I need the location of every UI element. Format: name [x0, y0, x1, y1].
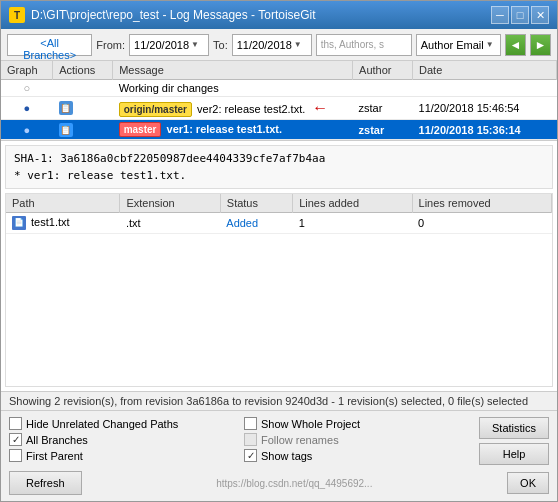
follow-renames-checkbox[interactable]: Follow renames: [244, 433, 471, 446]
graph-dot: ●: [24, 102, 31, 114]
master-tag: master: [119, 122, 162, 137]
watermark-text: https://blog.csdn.net/qq_4495692...: [216, 478, 372, 489]
statistics-button[interactable]: Statistics: [479, 417, 549, 439]
table-row[interactable]: ● 📋 master ver1: release test1.txt. zsta…: [1, 120, 557, 140]
log-table-header: Graph Actions Message Author Date: [1, 61, 557, 80]
author-dropdown[interactable]: Author Email ▼: [416, 34, 501, 56]
file-path: test1.txt: [31, 216, 70, 228]
table-row[interactable]: 📄 test1.txt .txt Added 1: [6, 213, 552, 234]
status-bar: Showing 2 revision(s), from revision 3a6…: [1, 391, 557, 410]
row0-message: Working dir changes: [119, 82, 219, 94]
filter-input[interactable]: ths, Authors, s: [316, 34, 412, 56]
from-date-picker[interactable]: 11/20/2018 ▼: [129, 34, 209, 56]
file-icon: 📄: [12, 216, 26, 230]
show-whole-checkbox[interactable]: Show Whole Project: [244, 417, 471, 430]
file-status: Added: [226, 217, 258, 229]
to-label: To:: [213, 39, 228, 51]
minimize-button[interactable]: ─: [491, 6, 509, 24]
toolbar: <All Branches> From: 11/20/2018 ▼ To: 11…: [1, 29, 557, 61]
author-cell: [353, 80, 413, 97]
file-lines-removed-cell: 0: [412, 213, 551, 234]
origin-master-tag: origin/master: [119, 102, 192, 117]
help-button[interactable]: Help: [479, 443, 549, 465]
file-path-cell: 📄 test1.txt: [6, 213, 120, 234]
to-date-arrow: ▼: [294, 40, 302, 49]
author-dropdown-arrow: ▼: [486, 40, 494, 49]
follow-renames-check[interactable]: [244, 433, 257, 446]
all-branches-button[interactable]: <All Branches>: [7, 34, 92, 56]
graph-dot-empty: ○: [24, 82, 31, 94]
message-cell: Working dir changes: [113, 80, 353, 97]
file-lines-removed: 0: [418, 217, 424, 229]
graph-cell: ○: [1, 80, 53, 97]
refresh-row: Refresh https://blog.csdn.net/qq_4495692…: [9, 471, 549, 495]
title-bar-left: T D:\GIT\project\repo_test - Log Message…: [9, 7, 316, 23]
from-label: From:: [96, 39, 125, 51]
col-extension: Extension: [120, 194, 220, 213]
main-window: T D:\GIT\project\repo_test - Log Message…: [0, 0, 558, 502]
graph-dot-selected: ●: [24, 124, 31, 136]
show-tags-label: Show tags: [261, 450, 312, 462]
files-table-header: Path Extension Status Lines added Lines …: [6, 194, 552, 213]
all-branches-check[interactable]: [9, 433, 22, 446]
file-action-icon: 📋: [59, 101, 73, 115]
col-status: Status: [220, 194, 292, 213]
hide-unrelated-check[interactable]: [9, 417, 22, 430]
file-extension: .txt: [126, 217, 141, 229]
options-col-middle: Show Whole Project Follow renames Show t…: [244, 417, 471, 462]
first-parent-check[interactable]: [9, 449, 22, 462]
actions-cell: 📋: [53, 120, 113, 140]
message-cell: origin/master ver2: release test2.txt. ←: [113, 97, 353, 120]
graph-cell: ●: [1, 97, 53, 120]
col-actions: Actions: [53, 61, 113, 80]
all-branches-checkbox[interactable]: All Branches: [9, 433, 236, 446]
ok-button[interactable]: OK: [507, 472, 549, 494]
prev-nav-button[interactable]: ◄: [505, 34, 526, 56]
show-tags-check[interactable]: [244, 449, 257, 462]
first-parent-label: First Parent: [26, 450, 83, 462]
hide-unrelated-label: Hide Unrelated Changed Paths: [26, 418, 178, 430]
table-row[interactable]: ○ Working dir changes: [1, 80, 557, 97]
status-text: Showing 2 revision(s), from revision 3a6…: [9, 395, 528, 407]
file-action-icon: 📋: [59, 123, 73, 137]
action-buttons-col: Statistics Help: [479, 417, 549, 465]
col-message: Message: [113, 61, 353, 80]
author-cell: zstar: [353, 97, 413, 120]
row2-date: 11/20/2018 15:36:14: [419, 124, 521, 136]
refresh-button[interactable]: Refresh: [9, 471, 82, 495]
col-lines-removed: Lines removed: [412, 194, 551, 213]
maximize-button[interactable]: □: [511, 6, 529, 24]
row2-author: zstar: [359, 124, 385, 136]
arrow-indicator: ←: [312, 99, 328, 117]
col-graph: Graph: [1, 61, 53, 80]
main-content: Graph Actions Message Author Date ○: [1, 61, 557, 501]
options-row: Hide Unrelated Changed Paths All Branche…: [9, 417, 549, 465]
show-tags-checkbox[interactable]: Show tags: [244, 449, 471, 462]
col-date: Date: [413, 61, 557, 80]
to-date-picker[interactable]: 11/20/2018 ▼: [232, 34, 312, 56]
date-cell: 11/20/2018 15:46:54: [413, 97, 557, 120]
actions-cell: 📋: [53, 97, 113, 120]
files-table-container: Path Extension Status Lines added Lines …: [5, 193, 553, 387]
close-button[interactable]: ✕: [531, 6, 549, 24]
first-parent-checkbox[interactable]: First Parent: [9, 449, 236, 462]
author-cell: zstar: [353, 120, 413, 140]
show-whole-check[interactable]: [244, 417, 257, 430]
author-filter-value: Author Email: [421, 39, 484, 51]
title-bar: T D:\GIT\project\repo_test - Log Message…: [1, 1, 557, 29]
files-table: Path Extension Status Lines added Lines …: [6, 194, 552, 234]
file-lines-added: 1: [299, 217, 305, 229]
col-lines-added: Lines added: [293, 194, 412, 213]
next-nav-button[interactable]: ►: [530, 34, 551, 56]
col-path: Path: [6, 194, 120, 213]
hide-unrelated-checkbox[interactable]: Hide Unrelated Changed Paths: [9, 417, 236, 430]
row1-date: 11/20/2018 15:46:54: [419, 102, 520, 114]
file-lines-added-cell: 1: [293, 213, 412, 234]
message-cell: master ver1: release test1.txt.: [113, 120, 353, 140]
table-row[interactable]: ● 📋 origin/master ver2: release test2.tx…: [1, 97, 557, 120]
sha-section: SHA-1: 3a6186a0cbf22050987dee4404339cfe7…: [5, 145, 553, 189]
options-footer: Hide Unrelated Changed Paths All Branche…: [1, 410, 557, 501]
graph-cell: ●: [1, 120, 53, 140]
from-date-value: 11/20/2018: [134, 39, 189, 51]
to-date-value: 11/20/2018: [237, 39, 292, 51]
